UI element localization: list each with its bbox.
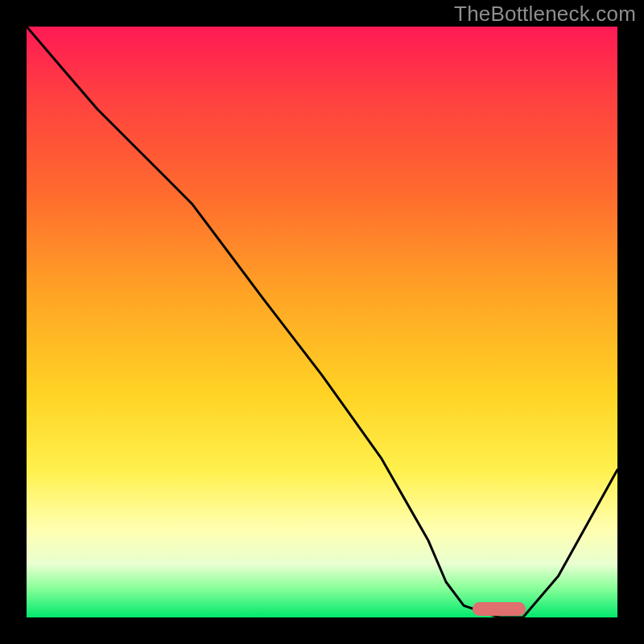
watermark-text: TheBottleneck.com xyxy=(454,2,636,27)
chart-frame: TheBottleneck.com xyxy=(0,0,644,644)
optimal-range-marker xyxy=(473,602,526,616)
plot-area xyxy=(27,27,617,617)
line-series xyxy=(27,27,617,617)
